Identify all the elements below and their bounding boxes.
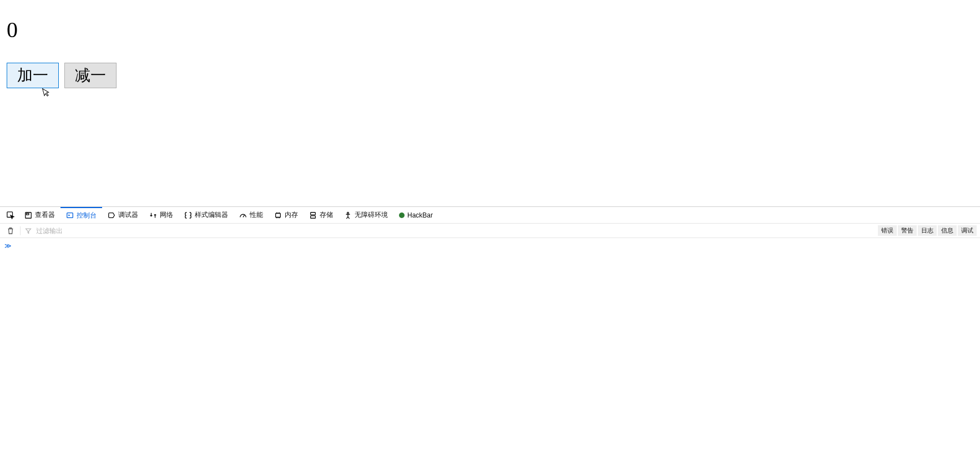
increment-button[interactable]: 加一: [7, 63, 59, 88]
svg-rect-4: [276, 213, 281, 217]
element-picker-icon[interactable]: [2, 207, 19, 223]
network-icon: [149, 211, 157, 219]
filter-logs-button[interactable]: 日志: [918, 225, 937, 236]
svg-rect-5: [311, 212, 316, 214]
tab-network[interactable]: 网络: [144, 207, 179, 223]
tab-performance[interactable]: 性能: [234, 207, 269, 223]
console-icon: [66, 211, 74, 219]
tab-label: 性能: [250, 210, 263, 220]
tab-label: 控制台: [77, 211, 97, 220]
button-row: 加一 减一: [7, 63, 973, 88]
svg-rect-6: [311, 215, 316, 218]
hackbar-icon: [399, 213, 405, 218]
svg-rect-2: [27, 213, 29, 215]
tab-label: 网络: [160, 210, 173, 220]
tab-label: 调试器: [118, 210, 138, 220]
style-editor-icon: [184, 211, 192, 219]
storage-icon: [309, 211, 317, 219]
tab-inspector[interactable]: 查看器: [19, 207, 60, 223]
tab-label: 查看器: [35, 210, 55, 220]
inspector-icon: [24, 211, 32, 219]
tab-label: 存储: [320, 210, 333, 220]
devtools-panel: 查看器 控制台 调试器 网络 样式编辑器 性能 内存 存储: [0, 206, 980, 455]
filter-info-button[interactable]: 信息: [938, 225, 957, 236]
console-toolbar: 错误 警告 日志 信息 调试: [0, 224, 980, 238]
tab-label: 内存: [285, 210, 298, 220]
filter-warnings-button[interactable]: 警告: [898, 225, 917, 236]
accessibility-icon: [344, 211, 352, 219]
performance-icon: [239, 211, 247, 219]
tab-label: HackBar: [407, 211, 433, 219]
tab-debugger[interactable]: 调试器: [102, 207, 144, 223]
tab-style-editor[interactable]: 样式编辑器: [179, 207, 234, 223]
svg-point-7: [347, 212, 349, 214]
debugger-icon: [108, 211, 115, 219]
devtools-tabs: 查看器 控制台 调试器 网络 样式编辑器 性能 内存 存储: [0, 207, 980, 224]
separator: [20, 226, 21, 235]
clear-console-button[interactable]: [3, 227, 18, 235]
decrement-button[interactable]: 减一: [64, 63, 117, 88]
tab-console[interactable]: 控制台: [60, 207, 102, 223]
log-filters: 错误 警告 日志 信息 调试: [878, 225, 977, 236]
filter-input[interactable]: [34, 226, 878, 236]
page-content: 0 加一 减一: [0, 0, 980, 206]
tab-accessibility[interactable]: 无障碍环境: [339, 207, 393, 223]
filter-errors-button[interactable]: 错误: [878, 225, 897, 236]
memory-icon: [274, 211, 282, 219]
tab-storage[interactable]: 存储: [304, 207, 339, 223]
console-prompt: ≫: [4, 242, 12, 250]
tab-label: 样式编辑器: [195, 210, 228, 220]
funnel-icon: [23, 228, 34, 234]
tab-hackbar[interactable]: HackBar: [393, 207, 438, 223]
counter-display: 0: [7, 17, 973, 43]
tab-memory[interactable]: 内存: [269, 207, 304, 223]
console-body[interactable]: ≫: [0, 238, 980, 455]
tab-label: 无障碍环境: [355, 210, 388, 220]
filter-debug-button[interactable]: 调试: [958, 225, 977, 236]
